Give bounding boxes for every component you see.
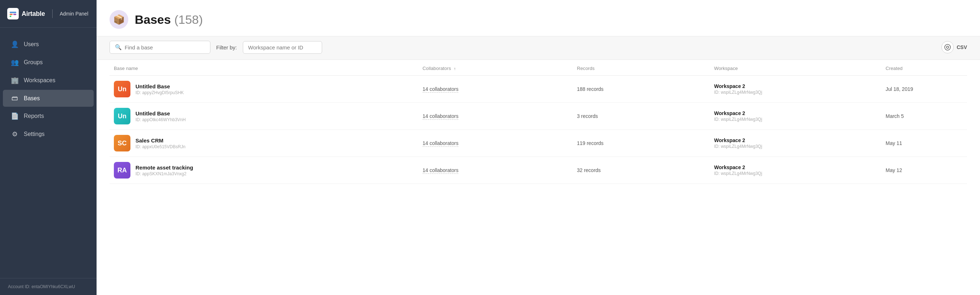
airtable-logo-icon bbox=[7, 8, 19, 19]
cell-workspace: Workspace 2 ID: wspiLZLg4MrNwg3Qj bbox=[710, 157, 881, 184]
workspace-id-text: ID: wspiLZLg4MrNwg3Qj bbox=[714, 90, 877, 95]
cell-records: 3 records bbox=[573, 103, 710, 130]
workspace-name-text: Workspace 2 bbox=[714, 110, 877, 116]
settings-icon: ⚙ bbox=[11, 130, 19, 138]
base-info: Untitled Base ID: appOtkc46WYhb3VnH bbox=[135, 110, 186, 122]
cell-created: Jul 18, 2019 bbox=[881, 76, 967, 103]
sidebar-item-groups-label: Groups bbox=[24, 59, 43, 65]
cell-base-name: SC Sales CRM ID: appxU0e515VDBsRJn bbox=[110, 130, 418, 157]
table-row[interactable]: Un Untitled Base ID: appOtkc46WYhb3VnH 1… bbox=[110, 103, 967, 130]
sidebar-item-groups[interactable]: 👥 Groups bbox=[3, 54, 94, 71]
cell-records: 188 records bbox=[573, 76, 710, 103]
created-value: March 5 bbox=[886, 113, 904, 119]
records-value: 188 records bbox=[577, 86, 603, 92]
airtable-logo: Airtable bbox=[7, 8, 45, 19]
cell-created: May 12 bbox=[881, 157, 967, 184]
col-header-created: Created bbox=[881, 60, 967, 76]
page-count: (158) bbox=[174, 13, 203, 26]
sidebar-item-users[interactable]: 👤 Users bbox=[3, 36, 94, 53]
sort-collaborators-icon: ↑ bbox=[454, 66, 456, 71]
svg-rect-1 bbox=[10, 14, 13, 15]
base-id-text: ID: appxU0e515VDBsRJn bbox=[135, 144, 186, 149]
cell-collaborators: 14 collaborators bbox=[418, 76, 573, 103]
sidebar-item-bases[interactable]: 🗃 Bases bbox=[3, 90, 94, 107]
base-id-text: ID: appSKXN1mJa3Vnxg2 bbox=[135, 171, 193, 176]
sidebar-item-reports-label: Reports bbox=[24, 113, 44, 120]
cell-records: 119 records bbox=[573, 130, 710, 157]
admin-label: Admin Panel bbox=[60, 11, 88, 17]
cell-base-name: RA Remote asset tracking ID: appSKXN1mJa… bbox=[110, 157, 418, 184]
workspace-name-text: Workspace 2 bbox=[714, 164, 877, 170]
sidebar-header: Airtable Admin Panel bbox=[0, 0, 97, 28]
account-id-value: entaOMIYhku6CXLwU bbox=[31, 284, 75, 289]
bases-table-body: Un Untitled Base ID: appyZHvgDI5rpuSHK 1… bbox=[110, 76, 967, 184]
created-value: May 11 bbox=[886, 140, 902, 146]
base-avatar: SC bbox=[114, 135, 130, 151]
records-value: 3 records bbox=[577, 113, 598, 119]
base-name-text: Sales CRM bbox=[135, 137, 186, 144]
created-value: Jul 18, 2019 bbox=[886, 86, 913, 92]
workspace-id-text: ID: wspiLZLg4MrNwg3Qj bbox=[714, 117, 877, 122]
base-id-text: ID: appyZHvgDI5rpuSHK bbox=[135, 90, 184, 95]
users-icon: 👤 bbox=[11, 40, 19, 48]
sidebar-item-settings[interactable]: ⚙ Settings bbox=[3, 126, 94, 143]
logo-text: Airtable bbox=[22, 10, 45, 18]
csv-label: CSV bbox=[956, 45, 967, 50]
workspace-id-text: ID: wspiLZLg4MrNwg3Qj bbox=[714, 171, 877, 176]
base-id-text: ID: appOtkc46WYhb3VnH bbox=[135, 117, 186, 122]
workspaces-icon: 🏢 bbox=[11, 77, 19, 85]
base-avatar: Un bbox=[114, 108, 130, 124]
table-row[interactable]: RA Remote asset tracking ID: appSKXN1mJa… bbox=[110, 157, 967, 184]
sidebar-item-workspaces[interactable]: 🏢 Workspaces bbox=[3, 72, 94, 89]
page-title-text: Bases bbox=[135, 13, 171, 26]
main-content: 📦 Bases (158) 🔍 Filter by: CSV bbox=[97, 0, 980, 295]
base-info: Untitled Base ID: appyZHvgDI5rpuSHK bbox=[135, 83, 184, 95]
workspace-filter-input[interactable] bbox=[243, 41, 322, 54]
cell-base-name: Un Untitled Base ID: appOtkc46WYhb3VnH bbox=[110, 103, 418, 130]
base-avatar: Un bbox=[114, 81, 130, 97]
base-name-text: Untitled Base bbox=[135, 83, 184, 89]
svg-rect-0 bbox=[10, 12, 16, 13]
search-wrap[interactable]: 🔍 bbox=[110, 41, 210, 54]
records-value: 32 records bbox=[577, 167, 601, 173]
cell-created: March 5 bbox=[881, 103, 967, 130]
cell-workspace: Workspace 2 ID: wspiLZLg4MrNwg3Qj bbox=[710, 130, 881, 157]
csv-export-area: CSV bbox=[942, 41, 967, 53]
collaborators-value: 14 collaborators bbox=[423, 113, 459, 120]
bases-table-wrap: Base name Collaborators ↑ Records Worksp… bbox=[97, 60, 980, 295]
cell-workspace: Workspace 2 ID: wspiLZLg4MrNwg3Qj bbox=[710, 76, 881, 103]
bases-icon: 🗃 bbox=[11, 94, 19, 102]
csv-download-button[interactable] bbox=[942, 41, 954, 53]
col-header-workspace: Workspace bbox=[710, 60, 881, 76]
col-header-records: Records bbox=[573, 60, 710, 76]
col-header-collaborators[interactable]: Collaborators ↑ bbox=[418, 60, 573, 76]
sidebar-item-reports[interactable]: 📄 Reports bbox=[3, 107, 94, 125]
cell-workspace: Workspace 2 ID: wspiLZLg4MrNwg3Qj bbox=[710, 103, 881, 130]
workspace-id-text: ID: wspiLZLg4MrNwg3Qj bbox=[714, 144, 877, 149]
col-header-base-name: Base name bbox=[110, 60, 418, 76]
workspace-name-text: Workspace 2 bbox=[714, 137, 877, 143]
base-avatar: RA bbox=[114, 162, 130, 179]
sidebar-item-settings-label: Settings bbox=[24, 131, 45, 137]
table-row[interactable]: Un Untitled Base ID: appyZHvgDI5rpuSHK 1… bbox=[110, 76, 967, 103]
records-value: 119 records bbox=[577, 140, 603, 146]
cell-collaborators: 14 collaborators bbox=[418, 103, 573, 130]
groups-icon: 👥 bbox=[11, 58, 19, 66]
svg-point-5 bbox=[947, 46, 949, 48]
cell-collaborators: 14 collaborators bbox=[418, 157, 573, 184]
sidebar-item-users-label: Users bbox=[24, 41, 39, 48]
table-row[interactable]: SC Sales CRM ID: appxU0e515VDBsRJn 14 co… bbox=[110, 130, 967, 157]
toolbar: 🔍 Filter by: CSV bbox=[97, 36, 980, 60]
sidebar-nav: 👤 Users 👥 Groups 🏢 Workspaces 🗃 Bases 📄 … bbox=[0, 28, 97, 278]
cell-base-name: Un Untitled Base ID: appyZHvgDI5rpuSHK bbox=[110, 76, 418, 103]
collaborators-value: 14 collaborators bbox=[423, 86, 459, 92]
svg-point-4 bbox=[945, 45, 950, 50]
sidebar-item-workspaces-label: Workspaces bbox=[24, 77, 56, 84]
sidebar: Airtable Admin Panel 👤 Users 👥 Groups 🏢 … bbox=[0, 0, 97, 295]
search-icon: 🔍 bbox=[115, 44, 122, 51]
created-value: May 12 bbox=[886, 167, 902, 173]
filter-label: Filter by: bbox=[216, 45, 237, 51]
search-input[interactable] bbox=[125, 45, 205, 51]
base-name-text: Remote asset tracking bbox=[135, 164, 193, 171]
page-header: 📦 Bases (158) bbox=[97, 0, 980, 36]
